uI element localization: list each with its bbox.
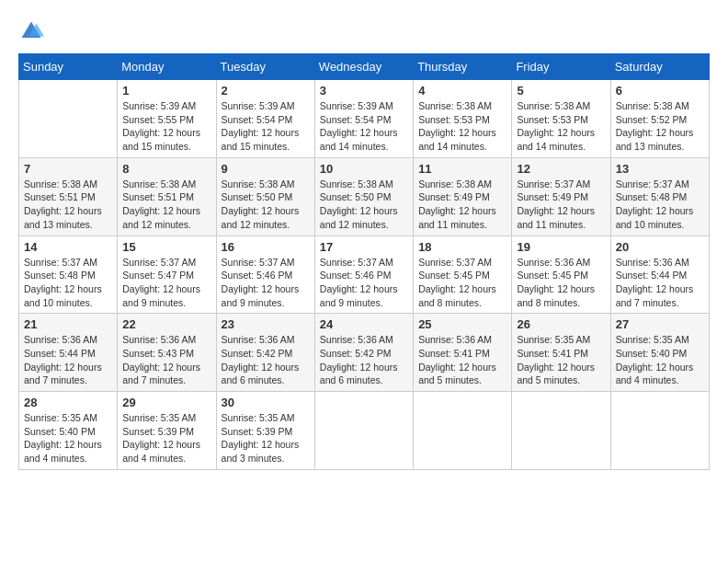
calendar-cell: 4Sunrise: 5:38 AM Sunset: 5:53 PM Daylig… [414,80,512,158]
day-number: 20 [616,240,704,254]
day-info: Sunrise: 5:35 AM Sunset: 5:39 PM Dayligh… [222,411,310,465]
calendar-header-sunday: Sunday [19,54,118,80]
day-number: 21 [24,317,112,331]
day-info: Sunrise: 5:37 AM Sunset: 5:48 PM Dayligh… [24,256,112,310]
calendar-cell [512,392,610,470]
calendar-cell: 7Sunrise: 5:38 AM Sunset: 5:51 PM Daylig… [19,157,118,236]
day-info: Sunrise: 5:36 AM Sunset: 5:43 PM Dayligh… [122,333,210,387]
day-number: 7 [24,162,112,176]
calendar-header-row: SundayMondayTuesdayWednesdayThursdayFrid… [19,54,710,80]
calendar-cell [414,392,512,470]
day-info: Sunrise: 5:38 AM Sunset: 5:52 PM Dayligh… [616,99,704,154]
day-number: 18 [418,240,506,254]
day-number: 22 [122,317,210,331]
day-number: 25 [418,317,506,331]
calendar-week-5: 28Sunrise: 5:35 AM Sunset: 5:40 PM Dayli… [19,392,710,470]
day-info: Sunrise: 5:36 AM Sunset: 5:42 PM Dayligh… [320,333,408,387]
calendar-cell: 14Sunrise: 5:37 AM Sunset: 5:48 PM Dayli… [19,236,118,314]
day-number: 4 [418,84,506,98]
calendar-cell: 20Sunrise: 5:36 AM Sunset: 5:44 PM Dayli… [610,236,709,314]
calendar-cell: 2Sunrise: 5:39 AM Sunset: 5:54 PM Daylig… [216,80,314,158]
day-info: Sunrise: 5:36 AM Sunset: 5:44 PM Dayligh… [24,333,112,387]
day-info: Sunrise: 5:38 AM Sunset: 5:50 PM Dayligh… [222,178,310,232]
calendar-cell: 25Sunrise: 5:36 AM Sunset: 5:41 PM Dayli… [414,314,512,392]
calendar-cell: 26Sunrise: 5:35 AM Sunset: 5:41 PM Dayli… [512,314,610,392]
day-number: 3 [320,84,408,98]
day-number: 27 [616,317,704,331]
day-number: 26 [517,317,605,331]
day-info: Sunrise: 5:39 AM Sunset: 5:54 PM Dayligh… [222,99,310,154]
day-info: Sunrise: 5:37 AM Sunset: 5:46 PM Dayligh… [222,256,310,310]
day-info: Sunrise: 5:35 AM Sunset: 5:39 PM Dayligh… [122,411,210,465]
calendar-body: 1Sunrise: 5:39 AM Sunset: 5:55 PM Daylig… [19,80,710,470]
calendar-week-2: 7Sunrise: 5:38 AM Sunset: 5:51 PM Daylig… [19,157,710,236]
day-info: Sunrise: 5:37 AM Sunset: 5:46 PM Dayligh… [320,256,408,310]
day-number: 15 [122,240,210,254]
day-info: Sunrise: 5:37 AM Sunset: 5:48 PM Dayligh… [616,178,704,232]
day-number: 17 [320,240,408,254]
calendar-cell: 9Sunrise: 5:38 AM Sunset: 5:50 PM Daylig… [216,157,314,236]
day-info: Sunrise: 5:39 AM Sunset: 5:55 PM Dayligh… [122,99,210,154]
calendar-cell: 17Sunrise: 5:37 AM Sunset: 5:46 PM Dayli… [314,236,413,314]
day-number: 30 [222,396,310,409]
calendar-cell: 21Sunrise: 5:36 AM Sunset: 5:44 PM Dayli… [19,314,118,392]
calendar-cell: 10Sunrise: 5:38 AM Sunset: 5:50 PM Dayli… [314,157,413,236]
calendar-header-thursday: Thursday [414,54,512,80]
day-number: 8 [122,162,210,176]
day-info: Sunrise: 5:38 AM Sunset: 5:53 PM Dayligh… [418,99,506,154]
calendar-header-friday: Friday [512,54,610,80]
calendar-cell: 15Sunrise: 5:37 AM Sunset: 5:47 PM Dayli… [118,236,216,314]
calendar-cell: 23Sunrise: 5:36 AM Sunset: 5:42 PM Dayli… [216,314,314,392]
calendar-cell: 19Sunrise: 5:36 AM Sunset: 5:45 PM Dayli… [512,236,610,314]
day-info: Sunrise: 5:37 AM Sunset: 5:45 PM Dayligh… [418,256,506,310]
day-info: Sunrise: 5:36 AM Sunset: 5:42 PM Dayligh… [222,333,310,387]
day-number: 1 [122,84,210,98]
calendar-cell: 22Sunrise: 5:36 AM Sunset: 5:43 PM Dayli… [118,314,216,392]
logo [18,18,48,44]
day-number: 11 [418,162,506,176]
day-number: 10 [320,162,408,176]
day-info: Sunrise: 5:36 AM Sunset: 5:45 PM Dayligh… [517,256,605,310]
day-info: Sunrise: 5:37 AM Sunset: 5:47 PM Dayligh… [122,256,210,310]
calendar-cell: 5Sunrise: 5:38 AM Sunset: 5:53 PM Daylig… [512,80,610,158]
day-info: Sunrise: 5:39 AM Sunset: 5:54 PM Dayligh… [320,99,408,154]
day-info: Sunrise: 5:35 AM Sunset: 5:41 PM Dayligh… [517,333,605,387]
calendar-week-1: 1Sunrise: 5:39 AM Sunset: 5:55 PM Daylig… [19,80,710,158]
day-number: 6 [616,84,704,98]
day-info: Sunrise: 5:37 AM Sunset: 5:49 PM Dayligh… [517,178,605,232]
day-number: 16 [222,240,310,254]
calendar-cell: 28Sunrise: 5:35 AM Sunset: 5:40 PM Dayli… [19,392,118,470]
day-info: Sunrise: 5:38 AM Sunset: 5:49 PM Dayligh… [418,178,506,232]
header [18,18,710,44]
day-number: 5 [517,84,605,98]
calendar-cell: 16Sunrise: 5:37 AM Sunset: 5:46 PM Dayli… [216,236,314,314]
calendar-cell: 18Sunrise: 5:37 AM Sunset: 5:45 PM Dayli… [414,236,512,314]
calendar-cell: 12Sunrise: 5:37 AM Sunset: 5:49 PM Dayli… [512,157,610,236]
calendar-header-saturday: Saturday [610,54,709,80]
calendar-cell: 6Sunrise: 5:38 AM Sunset: 5:52 PM Daylig… [610,80,709,158]
calendar-cell: 24Sunrise: 5:36 AM Sunset: 5:42 PM Dayli… [314,314,413,392]
calendar: SundayMondayTuesdayWednesdayThursdayFrid… [18,53,710,470]
day-number: 9 [222,162,310,176]
calendar-cell: 30Sunrise: 5:35 AM Sunset: 5:39 PM Dayli… [216,392,314,470]
day-number: 24 [320,317,408,331]
calendar-header-monday: Monday [118,54,216,80]
calendar-cell: 1Sunrise: 5:39 AM Sunset: 5:55 PM Daylig… [118,80,216,158]
calendar-header-wednesday: Wednesday [314,54,413,80]
calendar-week-4: 21Sunrise: 5:36 AM Sunset: 5:44 PM Dayli… [19,314,710,392]
day-info: Sunrise: 5:35 AM Sunset: 5:40 PM Dayligh… [24,411,112,465]
day-info: Sunrise: 5:38 AM Sunset: 5:51 PM Dayligh… [24,178,112,232]
day-number: 14 [24,240,112,254]
day-number: 19 [517,240,605,254]
calendar-week-3: 14Sunrise: 5:37 AM Sunset: 5:48 PM Dayli… [19,236,710,314]
day-info: Sunrise: 5:36 AM Sunset: 5:44 PM Dayligh… [616,256,704,310]
day-info: Sunrise: 5:35 AM Sunset: 5:40 PM Dayligh… [616,333,704,387]
day-info: Sunrise: 5:38 AM Sunset: 5:50 PM Dayligh… [320,178,408,232]
calendar-cell [610,392,709,470]
calendar-cell: 11Sunrise: 5:38 AM Sunset: 5:49 PM Dayli… [414,157,512,236]
calendar-cell: 29Sunrise: 5:35 AM Sunset: 5:39 PM Dayli… [118,392,216,470]
calendar-cell [314,392,413,470]
calendar-cell: 13Sunrise: 5:37 AM Sunset: 5:48 PM Dayli… [610,157,709,236]
calendar-header-tuesday: Tuesday [216,54,314,80]
day-number: 23 [222,317,310,331]
